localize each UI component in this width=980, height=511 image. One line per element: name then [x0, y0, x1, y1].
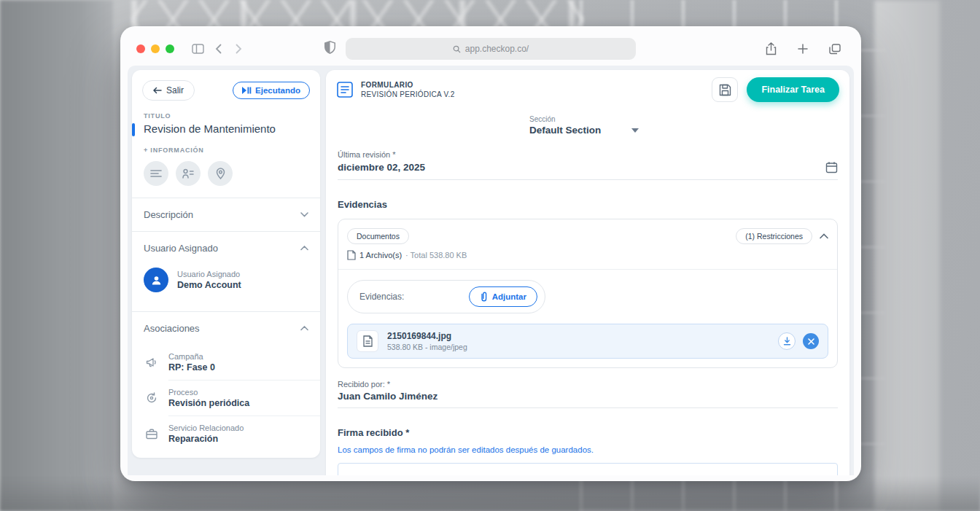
form-body: Última revisión * diciembre 02, 2025 Evi… — [326, 143, 849, 475]
association-campana[interactable]: Campaña RP: Fase 0 — [132, 345, 320, 380]
save-button[interactable] — [712, 77, 738, 102]
exit-button[interactable]: Salir — [142, 80, 195, 101]
new-tab-icon[interactable] — [793, 39, 813, 58]
divider — [338, 269, 837, 270]
evidences-heading: Evidencias — [338, 199, 838, 210]
assigned-user-value: Demo Account — [177, 280, 241, 290]
signature-pad[interactable] — [338, 463, 838, 475]
location-pin-icon[interactable] — [208, 161, 233, 186]
section-select[interactable]: Sección Default Section — [529, 115, 646, 136]
evidence-card: Documentos 1 Archivo(s) · Total 538.80 K… — [338, 219, 838, 368]
signature-heading: Firma recibido * — [338, 427, 838, 438]
browser-window: app.checkop.co/ S — [120, 26, 861, 481]
documents-chip[interactable]: Documentos — [347, 228, 409, 244]
attach-zone: Evidencias: Adjuntar — [347, 280, 545, 313]
association-value: Reparación — [168, 434, 244, 444]
signature-strokes — [338, 464, 820, 475]
form-panel: FORMULARIO REVISIÓN PERIÓDICA V.2 Finali… — [326, 70, 849, 475]
dropdown-arrow-icon — [631, 128, 639, 133]
association-label: Campaña — [168, 352, 215, 361]
info-label: + INFORMACIÓN — [144, 147, 308, 154]
file-total: · Total 538.80 KB — [405, 251, 467, 260]
chevron-up-icon — [300, 326, 308, 331]
accordion-descripcion[interactable]: Descripción — [132, 198, 320, 231]
accordion-usuario-label: Usuario Asignado — [144, 243, 218, 254]
form-kicker: FORMULARIO — [361, 81, 455, 89]
chevron-up-icon — [300, 246, 308, 251]
assigned-user-row: Usuario Asignado Demo Account — [132, 265, 320, 305]
accordion-descripcion-label: Descripción — [144, 209, 193, 220]
remove-file-button[interactable] — [803, 333, 819, 349]
toolbar-right — [761, 39, 845, 58]
assigned-user-label: Usuario Asignado — [177, 270, 241, 278]
calendar-icon[interactable] — [825, 161, 838, 173]
status-badge[interactable]: Ejecutando — [233, 82, 310, 99]
address-bar[interactable]: app.checkop.co/ — [346, 38, 636, 60]
association-label: Proceso — [168, 388, 249, 397]
file-count: 1 Archivo(s) — [359, 251, 402, 260]
last-review-field[interactable]: Última revisión * diciembre 02, 2025 — [338, 150, 838, 180]
save-icon — [719, 84, 731, 96]
play-pause-icon — [242, 87, 252, 94]
task-title: Revision de Mantenimiento — [144, 122, 308, 135]
background-column — [874, 0, 940, 511]
association-value: Revisión periódica — [168, 398, 249, 408]
details-icon[interactable] — [144, 161, 168, 186]
file-meta: 538.80 KB - image/jpeg — [387, 343, 467, 351]
chevron-up-icon[interactable] — [820, 233, 828, 239]
tab-overview-icon[interactable] — [825, 39, 845, 58]
uploaded-file-row: 2150169844.jpg 538.80 KB - image/jpeg — [347, 324, 828, 359]
section-select-row: Sección Default Section — [326, 109, 849, 143]
assignment-icon[interactable] — [176, 161, 201, 186]
restrictions-chip[interactable]: (1) Restricciones — [736, 228, 812, 244]
close-icon — [808, 338, 814, 345]
form-icon — [336, 81, 354, 98]
search-icon — [453, 45, 461, 53]
forward-button[interactable] — [228, 39, 249, 58]
sidebar-toggle-icon[interactable] — [187, 39, 208, 58]
last-review-label: Última revisión * — [338, 150, 838, 159]
received-by-label: Recibido por: * — [338, 380, 838, 389]
finalize-task-button[interactable]: Finalizar Tarea — [747, 77, 839, 102]
paperclip-icon — [480, 292, 488, 302]
briefcase-icon — [144, 429, 160, 440]
signature-note: Los campos de firma no podrán ser editad… — [338, 445, 838, 454]
background-wall — [0, 0, 113, 511]
association-label: Servicio Relacionado — [168, 424, 244, 432]
association-servicio[interactable]: Servicio Relacionado Reparación — [132, 416, 320, 451]
association-proceso[interactable]: Proceso Revisión periódica — [132, 381, 320, 416]
close-window-button[interactable] — [136, 44, 145, 53]
privacy-shield-icon[interactable] — [324, 41, 335, 57]
association-value: RP: Fase 0 — [168, 362, 215, 372]
arrow-left-icon — [153, 87, 162, 94]
status-label: Ejecutando — [255, 86, 300, 95]
process-icon — [144, 392, 160, 404]
person-icon — [151, 275, 162, 286]
attach-button[interactable]: Adjuntar — [469, 286, 537, 307]
section-select-label: Sección — [529, 115, 646, 123]
zoom-window-button[interactable] — [166, 44, 174, 53]
back-button[interactable] — [208, 39, 228, 58]
title-accent-bar — [132, 123, 135, 136]
share-icon[interactable] — [761, 39, 781, 58]
attach-button-label: Adjuntar — [492, 292, 526, 301]
accordion-usuario-asignado[interactable]: Usuario Asignado — [132, 232, 320, 265]
background-floor — [0, 477, 980, 511]
download-file-button[interactable] — [778, 332, 796, 350]
last-review-value: diciembre 02, 2025 — [338, 162, 425, 173]
chevron-down-icon — [300, 212, 308, 217]
received-by-field[interactable]: Recibido por: * Juan Camilo Jiménez — [338, 380, 838, 408]
download-icon — [783, 337, 791, 346]
info-icon-row — [144, 161, 308, 186]
exit-label: Salir — [166, 85, 184, 95]
minimize-window-button[interactable] — [151, 44, 160, 53]
accordion-asociaciones-label: Asociaciones — [144, 323, 200, 334]
url-text: app.checkop.co/ — [465, 44, 529, 54]
browser-toolbar: app.checkop.co/ — [128, 32, 854, 66]
form-header: FORMULARIO REVISIÓN PERIÓDICA V.2 Finali… — [326, 70, 849, 109]
file-name: 2150169844.jpg — [387, 331, 467, 341]
section-select-value: Default Section — [529, 125, 601, 136]
app-content: Salir Ejecutando TITULO Revision de Mant… — [128, 66, 854, 475]
task-sidebar: Salir Ejecutando TITULO Revision de Mant… — [132, 70, 320, 458]
accordion-asociaciones[interactable]: Asociaciones — [132, 312, 320, 345]
